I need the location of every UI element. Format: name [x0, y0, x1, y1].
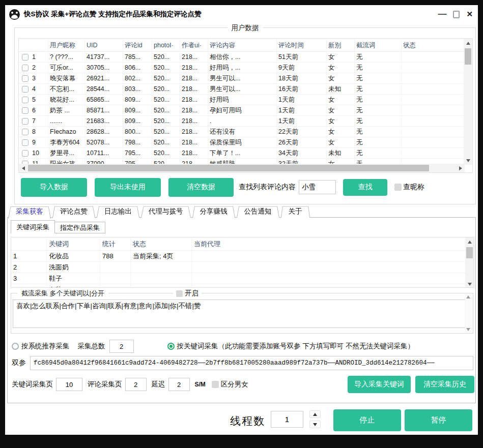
keyword-scroll-up-button[interactable] — [465, 237, 474, 246]
dual-param-input[interactable] — [30, 356, 473, 370]
cell-photo-id: 520... — [152, 137, 180, 147]
col-nick: 用户昵称 — [48, 39, 85, 51]
words-scrollbar[interactable] — [465, 294, 472, 333]
tab-share-earn[interactable]: 分享赚钱 — [192, 205, 235, 218]
cell-photo-id: 520... — [152, 116, 180, 126]
keyword-vertical-scrollbar[interactable] — [465, 237, 474, 288]
find-button[interactable]: 查找 — [343, 179, 387, 196]
collect-total-input[interactable] — [109, 340, 134, 353]
minimize-button[interactable]: — — [438, 12, 446, 17]
cell-word: 无 — [355, 105, 402, 115]
cell-uid: 21683... — [85, 116, 123, 126]
cell-gender: 女 — [327, 127, 355, 137]
row-checkbox[interactable] — [22, 150, 29, 157]
keyword-scroll-thumb[interactable] — [466, 247, 473, 258]
clear-history-button[interactable]: 清空采集历史 — [415, 376, 474, 393]
comment-page-label: 评论采集页 — [88, 380, 122, 389]
row-checkbox[interactable] — [22, 97, 29, 103]
row-index-cell: 9 — [19, 137, 48, 147]
action-row: 导入数据 导出未使用 清空数据 查找列表评论内容 查找 查昵称 — [15, 177, 475, 197]
stop-button[interactable]: 停止 — [333, 409, 401, 431]
row-checkbox[interactable] — [22, 75, 29, 82]
maximize-button[interactable] — [453, 11, 460, 18]
system-recommend-radio[interactable] — [12, 343, 19, 350]
horizontal-scrollbar[interactable] — [19, 164, 465, 172]
export-unused-button[interactable]: 导出未使用 — [95, 178, 161, 197]
user-table: 用户昵称 UID 评论id photoI· 作者ui· 评论内容 评论时间 新别… — [18, 38, 473, 173]
arrow-down-icon — [468, 283, 472, 286]
tab-announcements[interactable]: 公告通知 — [237, 205, 279, 218]
scroll-down-button[interactable] — [464, 156, 472, 165]
cell-word: 无 — [355, 52, 402, 62]
tab-comment-like[interactable]: 评论点赞 — [52, 205, 95, 218]
cell-photo-id: 520... — [152, 84, 180, 94]
col-kw-status: 状态 — [131, 237, 192, 250]
import-data-button[interactable]: 导入数据 — [21, 178, 87, 197]
cell-nick: FIechazo — [48, 127, 85, 137]
cell-photo-id: 520... — [152, 63, 180, 73]
main-tab-bar: 采集获客 评论点赞 日志输出 代理与拨号 分享赚钱 公告通知 关于 — [8, 204, 475, 218]
cell-nick: 晓花好... — [48, 95, 85, 105]
scroll-left-button[interactable] — [19, 164, 27, 172]
cell-time: 34天前 — [277, 148, 327, 158]
param-row: 关键词采集页 评论采集页 延迟 S/M 区分男女 导入采集关键词 清空采集历史 — [12, 375, 474, 394]
kw-cell-proxy — [192, 284, 466, 288]
collect-panel: 关键词采集 指定作品采集 关键词 统计 状态 当前代理 1 化妆品 788 当前… — [7, 217, 476, 403]
cell-uid: 85871... — [85, 105, 123, 115]
row-checkbox[interactable] — [22, 86, 29, 93]
cell-gender: 女 — [327, 63, 355, 73]
keyword-collect-radio[interactable] — [167, 343, 175, 350]
tab-about[interactable]: 关于 — [281, 205, 310, 218]
vertical-scroll-thumb[interactable] — [465, 48, 471, 65]
row-checkbox[interactable] — [22, 129, 29, 135]
user-data-group-label: 用户数据 — [228, 23, 263, 33]
cell-word: 无 — [355, 148, 402, 158]
tab-log-output[interactable]: 日志输出 — [97, 205, 139, 218]
subtab-keyword-collect[interactable]: 关键词采集 — [11, 220, 55, 233]
arrow-left-icon — [22, 166, 25, 170]
tab-proxy-dial[interactable]: 代理与拨号 — [141, 205, 191, 218]
close-button[interactable]: ✕ — [466, 10, 473, 19]
import-keywords-button[interactable]: 导入采集关键词 — [348, 376, 411, 393]
thread-count-input[interactable] — [271, 411, 303, 428]
search-input[interactable] — [299, 180, 336, 194]
intercept-enable-checkbox[interactable] — [176, 290, 183, 297]
subtab-specified-work-collect[interactable]: 指定作品采集 — [54, 222, 105, 233]
keyword-scroll-down-button[interactable] — [465, 280, 474, 288]
keyword-page-input[interactable] — [56, 378, 82, 391]
cell-comment-id: 802... — [123, 73, 152, 83]
row-checkbox[interactable] — [22, 65, 29, 71]
table-row: 8 FIechazo 28628... 800... 520... 218...… — [19, 127, 465, 137]
cell-status — [402, 148, 465, 158]
tab-collect-customers[interactable]: 采集获客 — [8, 205, 51, 218]
intercept-words-input[interactable]: 喜欢|怎么联系|合作|下单|咨询|联系|有意|意向|添加|你|不错|赞 — [13, 300, 471, 328]
scroll-up-button[interactable] — [464, 39, 472, 47]
row-index-cell: 4 — [19, 84, 48, 94]
scroll-right-button[interactable] — [456, 164, 465, 172]
row-checkbox[interactable] — [22, 54, 29, 61]
gender-split-checkbox[interactable] — [212, 381, 219, 388]
row-index-cell: 1 — [19, 52, 48, 62]
arrow-up-icon — [466, 42, 470, 45]
row-number: 3 — [32, 73, 36, 83]
window-controls: — ✕ — [438, 10, 473, 19]
row-checkbox[interactable] — [22, 118, 29, 125]
check-nickname-checkbox[interactable] — [394, 184, 402, 191]
row-checkbox[interactable] — [22, 107, 29, 114]
pause-button[interactable]: 暂停 — [405, 409, 472, 431]
cell-word: 无 — [355, 137, 402, 147]
intercept-enable-label: 开启 — [185, 289, 198, 298]
kw-cell-keyword: 化妆品 — [47, 251, 100, 261]
arrow-up-icon — [466, 295, 470, 298]
cell-gender: 女 — [327, 116, 355, 126]
delay-input[interactable] — [168, 378, 190, 391]
horizontal-scroll-thumb[interactable] — [28, 165, 429, 171]
clear-data-button[interactable]: 清空数据 — [168, 178, 234, 197]
stepper-up-button[interactable] — [309, 410, 321, 418]
comment-page-input[interactable] — [125, 378, 147, 391]
vertical-scrollbar[interactable] — [464, 39, 472, 165]
cell-nick: ....... — [48, 116, 85, 126]
row-checkbox[interactable] — [22, 139, 29, 146]
table-row: 1 ? (???... 41737... 785... 520... 218..… — [19, 52, 465, 63]
stepper-down-button[interactable] — [309, 421, 321, 428]
